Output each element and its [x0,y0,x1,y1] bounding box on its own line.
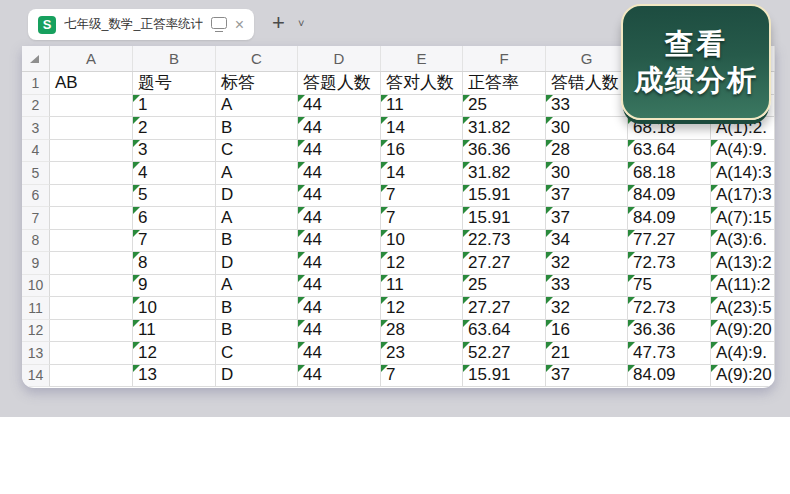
row-number-3[interactable]: 3 [22,117,50,140]
cell-D14[interactable]: 44 [298,365,381,388]
cell-B14[interactable]: 13 [133,365,216,388]
cell-H7[interactable]: 84.09 [628,207,711,230]
cell-F6[interactable]: 15.91 [463,185,546,208]
cell-D12[interactable]: 44 [298,320,381,343]
cell-C14[interactable]: D [216,365,298,388]
column-letter-A[interactable]: A [50,46,133,71]
cell-G5[interactable]: 30 [546,162,628,185]
cell-F2[interactable]: 25 [463,95,546,118]
cell-B7[interactable]: 6 [133,207,216,230]
cell-F14[interactable]: 15.91 [463,365,546,388]
cell-G3[interactable]: 30 [546,117,628,140]
cell-I11[interactable]: A(23):5 [711,297,775,320]
cell-E6[interactable]: 7 [381,185,463,208]
cell-E2[interactable]: 11 [381,95,463,118]
cell-E7[interactable]: 7 [381,207,463,230]
cell-B9[interactable]: 8 [133,252,216,275]
cell-E5[interactable]: 14 [381,162,463,185]
cell-E10[interactable]: 11 [381,275,463,298]
cell-C10[interactable]: A [216,275,298,298]
row-number-13[interactable]: 13 [22,342,50,365]
cell-C1[interactable]: 标答 [216,72,298,95]
cell-H14[interactable]: 84.09 [628,365,711,388]
cell-A14[interactable] [50,365,133,388]
cell-E13[interactable]: 23 [381,342,463,365]
cell-G4[interactable]: 28 [546,140,628,163]
cell-G12[interactable]: 16 [546,320,628,343]
cell-F8[interactable]: 22.73 [463,230,546,253]
cell-H13[interactable]: 47.73 [628,342,711,365]
cell-B12[interactable]: 11 [133,320,216,343]
cell-F10[interactable]: 25 [463,275,546,298]
cell-C12[interactable]: B [216,320,298,343]
cell-A5[interactable] [50,162,133,185]
cell-A2[interactable] [50,95,133,118]
cell-G11[interactable]: 32 [546,297,628,320]
cell-H3[interactable]: 68.18 [628,117,711,140]
cell-E12[interactable]: 28 [381,320,463,343]
cell-C2[interactable]: A [216,95,298,118]
cell-E11[interactable]: 12 [381,297,463,320]
cell-B5[interactable]: 4 [133,162,216,185]
cell-A12[interactable] [50,320,133,343]
cell-B11[interactable]: 10 [133,297,216,320]
cell-G8[interactable]: 34 [546,230,628,253]
cell-D9[interactable]: 44 [298,252,381,275]
cell-G2[interactable]: 33 [546,95,628,118]
cell-H9[interactable]: 72.73 [628,252,711,275]
cell-F9[interactable]: 27.27 [463,252,546,275]
cell-I3[interactable]: A(1):2. [711,117,775,140]
cell-H5[interactable]: 68.18 [628,162,711,185]
cell-I14[interactable]: A(9):20 [711,365,775,388]
cell-C6[interactable]: D [216,185,298,208]
cell-I10[interactable]: A(11):2 [711,275,775,298]
cell-B3[interactable]: 2 [133,117,216,140]
column-letter-E[interactable]: E [381,46,463,71]
cell-H11[interactable]: 72.73 [628,297,711,320]
cell-F12[interactable]: 63.64 [463,320,546,343]
cell-I7[interactable]: A(7):15 [711,207,775,230]
cell-D3[interactable]: 44 [298,117,381,140]
cell-B2[interactable]: 1 [133,95,216,118]
cell-E1[interactable]: 答对人数 [381,72,463,95]
cell-G13[interactable]: 21 [546,342,628,365]
cell-A3[interactable] [50,117,133,140]
cell-A10[interactable] [50,275,133,298]
cell-G7[interactable]: 37 [546,207,628,230]
cell-H4[interactable]: 63.64 [628,140,711,163]
cell-G6[interactable]: 37 [546,185,628,208]
cell-B10[interactable]: 9 [133,275,216,298]
cell-G14[interactable]: 37 [546,365,628,388]
cell-B6[interactable]: 5 [133,185,216,208]
cell-A8[interactable] [50,230,133,253]
cell-I8[interactable]: A(3):6. [711,230,775,253]
cell-I4[interactable]: A(4):9. [711,140,775,163]
cell-C5[interactable]: A [216,162,298,185]
cell-C8[interactable]: B [216,230,298,253]
cell-B13[interactable]: 12 [133,342,216,365]
cell-I13[interactable]: A(4):9. [711,342,775,365]
column-letter-F[interactable]: F [463,46,546,71]
cell-D5[interactable]: 44 [298,162,381,185]
cell-F3[interactable]: 31.82 [463,117,546,140]
row-number-4[interactable]: 4 [22,140,50,163]
cell-C9[interactable]: D [216,252,298,275]
cell-G9[interactable]: 32 [546,252,628,275]
document-tab[interactable]: S 七年级_数学_正答率统计.xls × [28,9,254,40]
cell-C11[interactable]: B [216,297,298,320]
close-tab-icon[interactable]: × [235,17,244,33]
monitor-icon[interactable] [211,17,227,29]
cell-E3[interactable]: 14 [381,117,463,140]
cell-B1[interactable]: 题号 [133,72,216,95]
row-number-8[interactable]: 8 [22,230,50,253]
column-letter-C[interactable]: C [216,46,298,71]
cell-A11[interactable] [50,297,133,320]
row-number-10[interactable]: 10 [22,275,50,298]
cell-A9[interactable] [50,252,133,275]
cell-F13[interactable]: 52.27 [463,342,546,365]
cell-D11[interactable]: 44 [298,297,381,320]
column-letter-B[interactable]: B [133,46,216,71]
cell-A7[interactable] [50,207,133,230]
cell-D1[interactable]: 答题人数 [298,72,381,95]
cell-D2[interactable]: 44 [298,95,381,118]
